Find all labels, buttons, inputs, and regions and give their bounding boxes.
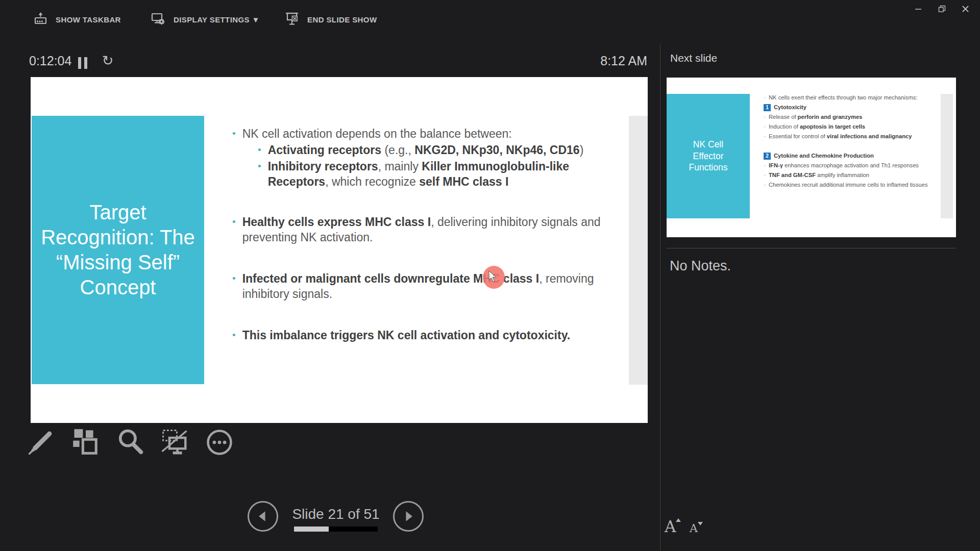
show-taskbar-label: SHOW TASKBAR [56, 15, 121, 24]
see-all-slides-button[interactable] [71, 428, 100, 457]
presenter-view-window: SHOW TASKBAR DISPLAY SETTINGS ▼ [0, 0, 980, 551]
bullet-dot: • [232, 271, 236, 286]
slide-counter: Slide 21 of 51 [276, 506, 396, 522]
slide-bullet-group: •This imbalance triggers NK cell activat… [232, 328, 614, 343]
display-settings-label: DISPLAY SETTINGS ▼ [174, 15, 260, 24]
pen-tool-button[interactable] [27, 428, 55, 457]
slide-bullet-group: •Infected or malignant cells downregulat… [232, 271, 614, 302]
elapsed-timer: 0:12:04 [29, 54, 71, 68]
next-slide-bullet: ·Essential for control of viral infectio… [764, 132, 928, 141]
slide-title: Target Recognition: The “Missing Self” C… [41, 200, 195, 299]
next-slide-accent-strip [941, 94, 953, 218]
next-arrow-icon [400, 508, 417, 525]
decrease-font-button[interactable]: A [690, 522, 698, 535]
slide-bullet: •NK cell activation depends on the balan… [232, 126, 614, 141]
window-controls [906, 0, 977, 17]
notes-placeholder: No Notes. [670, 258, 731, 274]
bullet-dot: • [232, 126, 236, 141]
bullet-dot: • [232, 328, 236, 343]
slide-bullet: •This imbalance triggers NK cell activat… [232, 328, 614, 343]
close-button[interactable] [953, 0, 977, 17]
slide-bullet: •Activating receptors (e.g., NKG2D, NKp3… [258, 142, 614, 158]
minimize-button[interactable] [906, 0, 930, 17]
section-number-badge: 2 [764, 153, 771, 160]
next-slide-section: 2Cytokine and Chemokine Production·IFN-γ… [764, 151, 928, 190]
bullet-dot: • [258, 159, 261, 174]
previous-arrow-icon [254, 508, 272, 525]
pause-timer-button[interactable] [78, 57, 91, 69]
slide-title-box: Target Recognition: The “Missing Self” C… [32, 116, 204, 384]
panel-divider [660, 43, 660, 551]
section-heading: 2Cytokine and Chemokine Production [764, 151, 928, 161]
caret-up-icon [676, 518, 681, 522]
restore-button[interactable] [930, 0, 953, 17]
bullet-dot: · [764, 112, 766, 122]
end-slide-show-label: END SLIDE SHOW [307, 15, 377, 24]
pointer-highlight [483, 266, 505, 289]
next-slide-body-text: · NK cells exert their effects through t… [764, 93, 928, 190]
bullet-dot: · [764, 161, 766, 170]
next-slide-section: 1Cytotoxicity·Release of perforin and gr… [764, 103, 928, 141]
bullet-dot: • [232, 214, 236, 230]
slide-bullet-group: •NK cell activation depends on the balan… [232, 126, 614, 189]
next-slide-preview[interactable]: NK Cell Effector Functions · NK cells ex… [667, 78, 956, 237]
next-slide-button[interactable] [393, 501, 424, 532]
restart-timer-button[interactable]: ↻ [100, 53, 115, 69]
show-taskbar-button[interactable]: SHOW TASKBAR [34, 9, 121, 30]
display-settings-button[interactable]: DISPLAY SETTINGS ▼ [151, 9, 260, 30]
see-all-slides-icon [72, 429, 100, 456]
section-number-badge: 1 [764, 104, 771, 111]
notes-divider [667, 248, 956, 248]
slideshow-progress-bar [294, 527, 378, 532]
current-time: 8:12 AM [521, 54, 647, 68]
bullet-dot: • [258, 142, 261, 158]
bullet-dot: · [764, 170, 766, 180]
bullet-dot: · [764, 180, 766, 190]
end-slide-show-icon [285, 12, 299, 28]
restore-icon [938, 5, 946, 13]
bullet-dot: · [764, 122, 766, 132]
more-options-button[interactable] [205, 428, 234, 457]
previous-slide-button[interactable] [248, 501, 278, 532]
current-slide-canvas[interactable]: Target Recognition: The “Missing Self” C… [31, 77, 648, 423]
slide-bullet: •Healthy cells express MHC class I, deli… [232, 214, 614, 245]
zoom-slide-button[interactable] [116, 428, 145, 457]
next-slide-intro: · NK cells exert their effects through t… [764, 93, 928, 103]
progress-fill [294, 527, 329, 532]
next-slide-bullet: ·IFN-γ enhances macrophage activation an… [764, 161, 928, 170]
next-slide-title: NK Cell Effector Functions [679, 139, 738, 173]
pen-icon [27, 429, 55, 456]
slide-side-accent-strip [629, 116, 648, 385]
end-slide-show-button[interactable]: END SLIDE SHOW [285, 9, 377, 30]
black-screen-icon [160, 429, 189, 456]
slide-bullet: •Inhibitory receptors, mainly Killer Imm… [258, 159, 614, 189]
next-slide-bullet: ·TNF and GM-CSF amplify inflammation [764, 170, 928, 180]
pause-icon [78, 57, 81, 69]
next-slide-bullet: ·Release of perforin and granzymes [764, 112, 928, 122]
display-settings-icon [151, 12, 165, 28]
black-screen-button[interactable] [160, 428, 189, 457]
bullet-dot: · [764, 132, 766, 141]
slide-bullet-group: •Healthy cells express MHC class I, deli… [232, 214, 614, 245]
increase-font-button[interactable]: A [665, 517, 676, 536]
caret-down-icon [698, 522, 703, 525]
next-slide-title-box: NK Cell Effector Functions [667, 94, 750, 218]
restart-icon: ↻ [102, 53, 114, 68]
mouse-cursor-icon [487, 270, 499, 284]
close-icon [962, 5, 969, 13]
next-slide-bullet: ·Induction of apoptosis in target cells [764, 122, 928, 132]
slide-bullet: •Infected or malignant cells downregulat… [232, 271, 614, 302]
section-heading: 1Cytotoxicity [764, 103, 928, 112]
show-taskbar-icon [34, 12, 47, 27]
next-slide-header: Next slide [670, 52, 717, 64]
magnifier-icon [117, 429, 144, 456]
more-options-icon [206, 429, 233, 456]
bullet-dot: · [764, 93, 766, 103]
next-slide-bullet: ·Chemokines recruit additional immune ce… [764, 180, 928, 190]
